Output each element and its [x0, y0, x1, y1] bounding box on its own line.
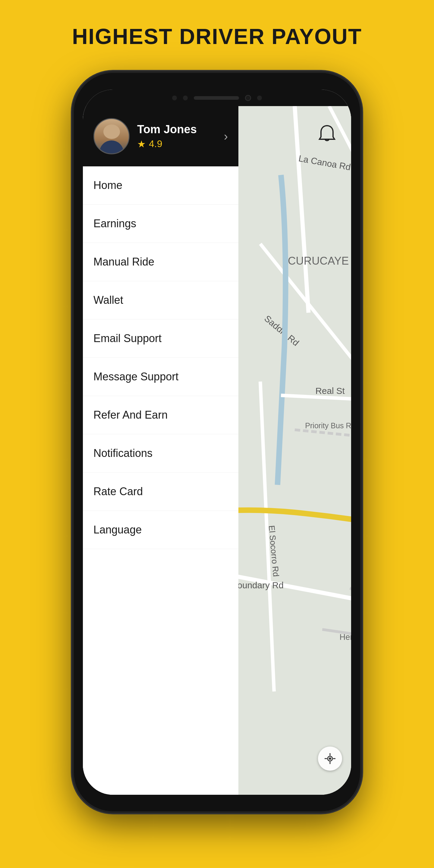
- menu-item-email-support[interactable]: Email Support: [83, 319, 239, 358]
- menu-item-label-earnings: Earnings: [93, 217, 136, 230]
- menu-item-label-message-support: Message Support: [93, 370, 179, 383]
- menu-item-label-notifications: Notifications: [93, 447, 153, 460]
- driver-chevron-icon[interactable]: ›: [224, 130, 228, 143]
- driver-name: Tom Jones: [137, 123, 216, 136]
- driver-header[interactable]: Tom Jones ★ 4.9 ›: [83, 106, 239, 166]
- notch-dot-2: [183, 96, 188, 100]
- menu-item-label-manual-ride: Manual Ride: [93, 255, 154, 268]
- menu-item-label-home: Home: [93, 179, 122, 192]
- svg-point-30: [329, 757, 331, 760]
- menu-item-label-email-support: Email Support: [93, 332, 161, 345]
- menu-item-manual-ride[interactable]: Manual Ride: [83, 243, 239, 281]
- menu-item-label-rate-card: Rate Card: [93, 485, 143, 498]
- menu-item-wallet[interactable]: Wallet: [83, 281, 239, 319]
- svg-text:Real St: Real St: [315, 386, 345, 396]
- phone-shell: Tom Jones ★ 4.9 › HomeEarningsManual Rid…: [74, 73, 360, 811]
- location-button[interactable]: [318, 747, 342, 771]
- rating-value: 4.9: [149, 138, 162, 150]
- menu-panel: Tom Jones ★ 4.9 › HomeEarningsManual Rid…: [83, 106, 239, 795]
- page-title: HIGHEST DRIVER PAYOUT: [72, 24, 362, 49]
- menu-item-notifications[interactable]: Notifications: [83, 434, 239, 472]
- menu-item-label-wallet: Wallet: [93, 294, 123, 307]
- svg-text:CURUCAYE: CURUCAYE: [288, 255, 349, 267]
- avatar-head: [103, 124, 120, 139]
- svg-text:Priority Bus Rte: Priority Bus Rte: [305, 421, 351, 430]
- star-icon: ★: [137, 138, 146, 150]
- driver-avatar: [93, 118, 130, 154]
- map-panel: La Canoa Rd Quarry Rd Saddle Rd Real St: [239, 106, 351, 795]
- svg-text:Boundary Rd: Boundary Rd: [239, 580, 284, 590]
- menu-item-rate-card[interactable]: Rate Card: [83, 472, 239, 511]
- avatar-body: [99, 141, 124, 153]
- notch-dot-3: [257, 96, 262, 100]
- menu-item-label-refer-earn: Refer And Earn: [93, 409, 167, 421]
- phone-notch: [83, 90, 351, 106]
- menu-item-message-support[interactable]: Message Support: [83, 358, 239, 396]
- driver-info: Tom Jones ★ 4.9: [137, 123, 216, 150]
- driver-rating: ★ 4.9: [137, 138, 216, 150]
- menu-item-earnings[interactable]: Earnings: [83, 205, 239, 243]
- menu-item-language[interactable]: Language: [83, 511, 239, 549]
- menu-list: HomeEarningsManual RideWalletEmail Suppo…: [83, 166, 239, 795]
- menu-item-home[interactable]: Home: [83, 166, 239, 205]
- phone-screen: Tom Jones ★ 4.9 › HomeEarningsManual Rid…: [83, 90, 351, 795]
- menu-item-label-language: Language: [93, 524, 142, 536]
- map-svg: La Canoa Rd Quarry Rd Saddle Rd Real St: [239, 106, 351, 795]
- front-camera: [245, 95, 251, 101]
- phone-frame: Tom Jones ★ 4.9 › HomeEarningsManual Rid…: [74, 73, 360, 811]
- svg-text:Henry St: Henry St: [340, 632, 351, 642]
- notch-speaker: [194, 96, 239, 100]
- notifications-bell[interactable]: [318, 124, 339, 145]
- avatar-silhouette: [94, 119, 129, 153]
- screen-content: Tom Jones ★ 4.9 › HomeEarningsManual Rid…: [83, 106, 351, 795]
- menu-item-refer-earn[interactable]: Refer And Earn: [83, 396, 239, 434]
- notch-dot-1: [172, 96, 177, 100]
- svg-rect-1: [239, 106, 351, 795]
